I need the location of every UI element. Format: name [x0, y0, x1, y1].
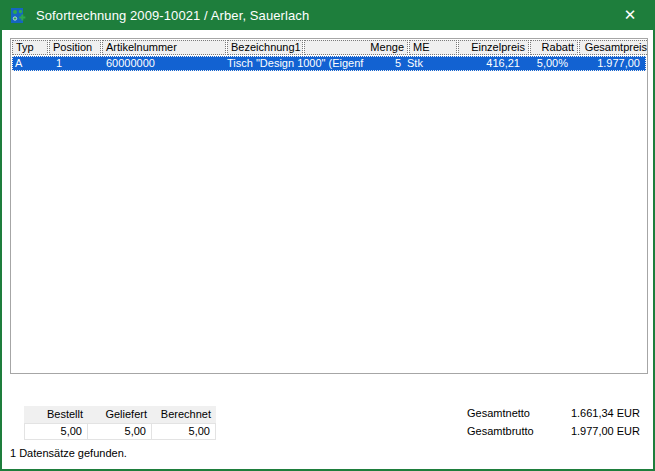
cell-einzelpreis: 416,21	[452, 56, 523, 71]
column-header-gesamtpreis[interactable]: Gesamtpreis	[579, 40, 648, 55]
berechnet-label: Berechnet	[152, 406, 216, 423]
cell-typ: A	[12, 56, 48, 71]
column-header-me[interactable]: ME	[409, 40, 457, 55]
bestellt-label: Bestellt	[24, 406, 88, 423]
gesamtbrutto-value: 1.977,00 EUR	[571, 422, 640, 440]
column-header-artikelnummer[interactable]: Artikelnummer	[102, 40, 226, 55]
status-text: 1 Datensätze gefunden.	[10, 447, 127, 459]
column-header-typ[interactable]: Typ	[12, 40, 48, 55]
window-title: Sofortrechnung 2009-10021 / Arber, Sauer…	[36, 8, 309, 23]
cell-gesamtpreis: 1.977,00	[571, 56, 643, 71]
quantity-headers: Bestellt Geliefert Berechnet	[24, 406, 216, 423]
column-header-menge[interactable]: Menge	[304, 40, 408, 55]
table-row-selected[interactable]: A 1 60000000 Tisch "Design 1000" (Eigenf…	[12, 56, 646, 71]
geliefert-label: Geliefert	[88, 406, 152, 423]
brutto-row: Gesamtbrutto 1.977,00 EUR	[467, 422, 640, 440]
column-header-position[interactable]: Position	[49, 40, 101, 55]
cell-rabatt: 5,00%	[523, 56, 571, 71]
cell-position: 1	[48, 56, 100, 71]
close-icon: ✕	[624, 6, 637, 24]
close-button[interactable]: ✕	[607, 0, 653, 30]
column-header-einzelpreis[interactable]: Einzelpreis	[458, 40, 529, 55]
column-header-rabatt[interactable]: Rabatt	[530, 40, 578, 55]
totals-block: Gesamtnetto 1.661,34 EUR Gesamtbrutto 1.…	[467, 404, 640, 440]
geliefert-value-field[interactable]: 5,00	[88, 423, 152, 440]
berechnet-value-field[interactable]: 5,00	[152, 423, 216, 440]
title-bar[interactable]: Sofortrechnung 2009-10021 / Arber, Sauer…	[2, 0, 653, 30]
cell-bezeichnung1: Tisch "Design 1000" (Eigenf	[224, 56, 300, 71]
gesamtnetto-value: 1.661,34 EUR	[571, 404, 640, 422]
cell-me: Stk	[404, 56, 452, 71]
gesamtnetto-label: Gesamtnetto	[467, 404, 530, 422]
positions-grid[interactable]: Typ Position Artikelnummer Bezeichnung1 …	[10, 38, 648, 374]
bestellt-value-field[interactable]: 5,00	[24, 423, 88, 440]
column-header-bezeichnung1[interactable]: Bezeichnung1	[227, 40, 303, 55]
window-content: Typ Position Artikelnummer Bezeichnung1 …	[2, 30, 653, 469]
quantity-values: 5,00 5,00 5,00	[24, 423, 216, 440]
grid-header-row: Typ Position Artikelnummer Bezeichnung1 …	[11, 39, 647, 56]
cell-artikelnummer: 60000000	[100, 56, 224, 71]
gesamtbrutto-label: Gesamtbrutto	[467, 422, 534, 440]
invoice-window: Sofortrechnung 2009-10021 / Arber, Sauer…	[0, 0, 655, 471]
app-icon	[11, 7, 28, 24]
netto-row: Gesamtnetto 1.661,34 EUR	[467, 404, 640, 422]
